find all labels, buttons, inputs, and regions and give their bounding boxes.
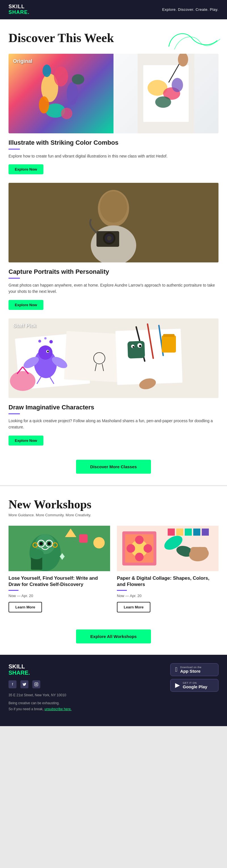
learn-more-button-1[interactable]: Learn More [8, 602, 42, 612]
svg-point-52 [133, 346, 134, 348]
class-divider-3 [8, 413, 20, 414]
svg-point-81 [144, 544, 152, 553]
class-card-2: Original Capture Portrai [0, 183, 227, 318]
footer-logo-skill: SKILL [8, 663, 72, 670]
workshop-divider-2 [117, 590, 127, 591]
svg-rect-86 [190, 547, 207, 558]
svg-point-64 [39, 542, 43, 545]
class-title-2: Capture Portraits with Personality [8, 268, 219, 276]
header: SKILL SHARE. Explore. Discover. Create. … [0, 0, 227, 19]
svg-rect-92 [35, 683, 38, 686]
svg-rect-89 [185, 529, 192, 536]
workshop-dates-1: Now — Apr. 20 [8, 594, 110, 598]
svg-rect-90 [193, 529, 200, 536]
explore-button-1[interactable]: Explore Now [8, 164, 43, 174]
hero-section: Discover This Week [0, 19, 227, 54]
svg-rect-71 [79, 534, 88, 543]
svg-point-4 [39, 96, 49, 114]
svg-point-38 [44, 337, 46, 339]
google-play-button[interactable]: ▶ GET IT ON Google Play [170, 679, 219, 692]
twitter-icon[interactable] [21, 680, 28, 688]
footer-top: SKILL SHARE. f 35 E 21st Street, New Yor… [8, 663, 219, 712]
svg-point-82 [136, 545, 143, 552]
svg-point-65 [47, 542, 51, 545]
svg-point-13 [172, 78, 183, 92]
apple-icon:  [175, 666, 177, 673]
app-store-text: Download on the App Store [180, 666, 201, 674]
logo: SKILL SHARE. [8, 4, 30, 16]
header-tagline: Explore. Discover. Create. Play. [162, 7, 219, 12]
class-card-3: Staff Pick [0, 318, 227, 454]
svg-rect-43 [162, 336, 176, 352]
discover-section: Discover More Classes [0, 454, 227, 485]
svg-point-12 [155, 96, 171, 108]
class-desc-1: Explore how to create fun and vibrant di… [8, 153, 219, 159]
workshop-card-1: ♦ Lose Yourself, Find Yourself: Write an… [8, 526, 110, 612]
google-play-icon: ▶ [175, 681, 180, 689]
workshop-card-2: Paper & Digital Collage: Shapes, Colors,… [117, 526, 219, 612]
hero-title: Discover This Week [8, 31, 219, 45]
workshop-image-1: ♦ [8, 526, 110, 571]
svg-point-5 [72, 74, 84, 85]
app-buttons:  Download on the App Store ▶ GET IT ON … [170, 663, 219, 692]
class-image-drawing: Staff Pick [8, 318, 219, 398]
workshop-image-2 [117, 526, 219, 571]
svg-rect-24 [8, 183, 219, 262]
explore-button-2[interactable]: Explore Now [8, 300, 43, 310]
svg-point-36 [47, 350, 49, 352]
google-play-text: GET IT ON Google Play [183, 681, 207, 689]
svg-point-1 [54, 66, 68, 87]
class-image-portrait: Original [8, 183, 219, 262]
footer-address: 35 E 21st Street, New York, NY 10010 Bei… [8, 692, 72, 712]
logo-share: SHARE. [8, 10, 30, 16]
svg-point-37 [38, 340, 41, 343]
workshops-grid: ♦ Lose Yourself, Find Yourself: Write an… [8, 526, 219, 612]
svg-point-80 [126, 544, 135, 553]
svg-point-72 [93, 537, 105, 549]
svg-point-69 [30, 549, 44, 559]
facebook-icon[interactable]: f [8, 680, 16, 688]
badge-staff-pick: Staff Pick [13, 323, 36, 329]
svg-rect-88 [176, 529, 183, 536]
class-image-split: Original [8, 54, 219, 133]
svg-point-30 [38, 345, 52, 360]
footer-left: SKILL SHARE. f 35 E 21st Street, New Yor… [8, 663, 72, 712]
svg-rect-55 [14, 374, 31, 388]
class-desc-3: Looking for a quick creative project? Fo… [8, 417, 219, 430]
class-image-right [114, 54, 219, 133]
workshop-title-1: Lose Yourself, Find Yourself: Write and … [8, 575, 110, 588]
workshop-title-2: Paper & Digital Collage: Shapes, Colors,… [117, 575, 219, 588]
workshops-subtitle: More Guidance. More Community. More Crea… [8, 513, 219, 517]
workshop-dates-2: Now — Apr. 20 [117, 594, 219, 598]
explore-workshops-button[interactable]: Explore All Workshops [76, 629, 151, 643]
svg-rect-87 [168, 529, 175, 536]
discover-more-button[interactable]: Discover More Classes [76, 460, 151, 474]
email-wrapper: SKILL SHARE. Explore. Discover. Create. … [0, 0, 227, 726]
svg-text:♦: ♦ [59, 550, 65, 562]
footer: SKILL SHARE. f 35 E 21st Street, New Yor… [0, 655, 227, 726]
svg-rect-44 [163, 334, 175, 337]
class-title-1: Illustrate with Striking Color Combos [8, 139, 219, 147]
svg-rect-49 [127, 341, 145, 359]
unsubscribe-link[interactable]: unsubscribe here. [44, 707, 72, 711]
explore-workshops-section: Explore All Workshops [0, 627, 227, 655]
class-divider-1 [8, 149, 20, 150]
svg-point-39 [49, 340, 53, 343]
class-title-3: Draw Imaginative Characters [8, 404, 219, 411]
logo-skill: SKILL [8, 4, 30, 10]
class-desc-2: Great photos can happen anywhere, even a… [8, 282, 219, 295]
workshops-section: New Workshops More Guidance. More Commun… [0, 485, 227, 627]
svg-point-7 [43, 65, 51, 77]
instagram-icon[interactable] [32, 680, 40, 688]
app-store-button[interactable]:  Download on the App Store [170, 663, 219, 676]
svg-point-78 [135, 536, 144, 544]
svg-point-79 [135, 553, 144, 561]
svg-point-6 [61, 108, 72, 119]
class-divider-2 [8, 278, 20, 279]
explore-button-3[interactable]: Explore Now [8, 436, 43, 445]
class-card-1: Original [0, 54, 227, 183]
class-image-left: Original [8, 54, 114, 133]
workshops-title: New Workshops [8, 498, 219, 511]
svg-point-53 [139, 345, 141, 347]
learn-more-button-2[interactable]: Learn More [117, 602, 150, 612]
